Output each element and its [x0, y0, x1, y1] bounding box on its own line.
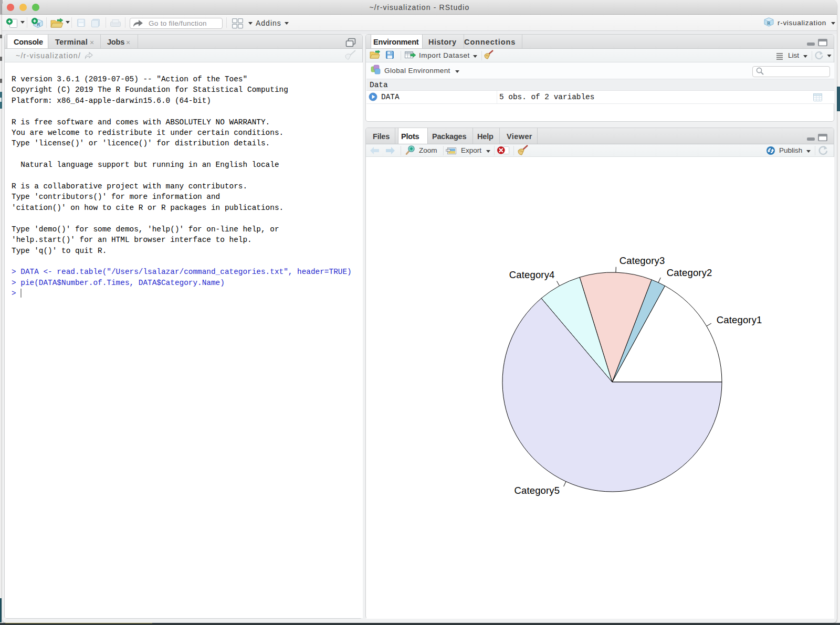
svg-text:Category2: Category2 [667, 267, 712, 278]
svg-text:R: R [767, 20, 771, 26]
svg-text:Category4: Category4 [509, 269, 555, 280]
svg-text:Category1: Category1 [717, 314, 762, 325]
svg-text:Category5: Category5 [514, 485, 560, 496]
svg-text:Category3: Category3 [620, 255, 665, 266]
